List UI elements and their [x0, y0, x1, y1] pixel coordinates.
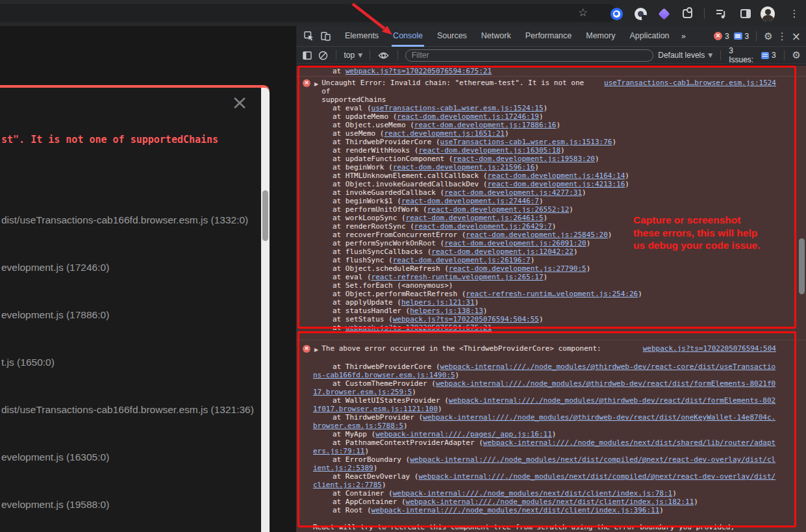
devtools-panel: ElementsConsoleSourcesNetworkPerformance… — [296, 26, 806, 532]
stack-link[interactable]: react-dom.development.js:26552:12 — [427, 205, 570, 214]
stack-link[interactable]: webpack-internal:///./node_modules/next/… — [372, 506, 660, 514]
stack-link[interactable]: webpack.js?ts=1702205076594:675:21 — [346, 323, 492, 332]
issues-icon — [761, 52, 769, 59]
context-selector[interactable]: top▼ — [344, 51, 362, 60]
stack-frame: at CustomThemeProvider (webpack-internal… — [313, 379, 776, 396]
stack-link[interactable]: useTransactions-cab1…wser.esm.js:1513:76 — [440, 138, 612, 146]
error-count-badge[interactable]: ✕ 3 — [714, 32, 729, 41]
stack-link[interactable]: react.development.js:1651:21 — [384, 129, 504, 138]
more-tabs-icon[interactable]: » — [681, 31, 686, 41]
close-icon[interactable]: × — [229, 92, 251, 114]
stack-link[interactable]: webpack-internal:///./node_modules/next/… — [313, 438, 775, 455]
stack-link[interactable]: react-dom.development.js:12042:22 — [431, 247, 573, 256]
source-location-link[interactable]: webpack.js?ts=1702205076594:504 — [643, 344, 776, 353]
tab-performance[interactable]: Performance — [518, 26, 579, 47]
stack-link[interactable]: react-dom.development.js:4213:16 — [487, 180, 625, 188]
log-levels-selector[interactable]: Default levels▼ — [658, 51, 712, 60]
stack-link[interactable]: webpack-internal:///./node_modules/next/… — [393, 489, 672, 498]
extension-gray-circle-icon[interactable] — [633, 6, 648, 21]
stack-link[interactable]: react-dom.development.js:27790:5 — [449, 264, 586, 273]
stack-link[interactable]: webpack-internal:///./node_modules/@thir… — [313, 396, 775, 413]
stack-link[interactable]: react-dom.development.js:25845:20 — [466, 231, 608, 239]
expand-triangle-icon[interactable]: ▶ — [314, 346, 318, 354]
stack-link[interactable]: webpack.js?ts=1702205076594:504:55 — [393, 315, 539, 323]
console-row: at webpack.js?ts=1702205076594:675:21 — [296, 66, 806, 77]
issues-badge[interactable]: 3 Issues: 3 — [729, 46, 775, 64]
stack-link[interactable]: webpack.js?ts=1702205076594:675:21 — [346, 67, 492, 75]
extensions-puzzle-icon[interactable] — [680, 6, 694, 21]
stack-frame: at updateFunctionComponent (react-dom.de… — [333, 155, 776, 163]
filter-input[interactable] — [405, 49, 653, 62]
message-count-badge[interactable]: 3 — [734, 32, 749, 41]
stack-link[interactable]: react-dom.development.js:17246:19 — [397, 112, 539, 121]
clear-console-icon[interactable] — [318, 45, 329, 66]
stack-link[interactable]: webpack-internal:///./node_modules/@thir… — [313, 362, 775, 379]
tab-network[interactable]: Network — [474, 26, 518, 47]
stack-frame: at AppContainer (webpack-internal:///./n… — [313, 498, 776, 506]
stack-link[interactable]: webpack-internal:///./node_modules/next/… — [406, 498, 694, 506]
stack-link[interactable]: webpack-internal:///./pages/_app.js:16:1… — [375, 430, 552, 438]
error-message: The above error occurred in the <Thirdwe… — [321, 344, 634, 353]
tab-application[interactable]: Application — [622, 26, 676, 47]
side-panel-icon[interactable] — [738, 6, 753, 21]
overlay-frame: t.js (1650:0) — [1, 357, 257, 368]
divider — [370, 50, 370, 60]
extension-blue-circle-icon[interactable] — [609, 6, 623, 21]
stack-link[interactable]: react-dom.development.js:21596:16 — [393, 163, 535, 171]
browser-window: ☆ ⋮ × st". It is not one of supportedCha… — [0, 0, 806, 532]
stack-link[interactable]: react-refresh-runtim…velopment.js:254:26 — [466, 290, 638, 298]
source-location-link[interactable]: useTransactions-cab1…browser.esm.js:1524 — [604, 79, 776, 87]
console-settings-gear-icon[interactable]: ⚙ — [792, 49, 801, 61]
tab-memory[interactable]: Memory — [579, 26, 622, 47]
expand-triangle-icon[interactable]: ▶ — [314, 80, 318, 88]
overlay-frame: evelopment.js (16305:0) — [1, 452, 257, 462]
browser-menu-kebab-icon[interactable]: ⋮ — [787, 6, 801, 21]
tab-elements[interactable]: Elements — [338, 26, 386, 47]
stack-link[interactable]: react-refresh-runtim…velopment.js:265:17 — [372, 273, 544, 281]
overlay-frame: dist/useTransactions-cab166fd.browser.es… — [1, 215, 257, 225]
stack-link[interactable]: webpack-internal:///./node_modules/next/… — [313, 472, 775, 489]
overlay-scrollbar-thumb[interactable] — [262, 190, 268, 241]
console-sidebar-icon[interactable] — [301, 45, 313, 66]
tab-sources[interactable]: Sources — [430, 26, 474, 47]
stack-link[interactable]: react-dom.development.js:4164:14 — [487, 171, 625, 180]
stack-link[interactable]: webpack-internal:///./node_modules/@thir… — [313, 379, 775, 396]
bookmark-star-icon[interactable]: ☆ — [578, 6, 588, 19]
avatar[interactable] — [761, 6, 775, 21]
devtools-menu-kebab-icon[interactable]: ⋮ — [777, 31, 787, 42]
devtools-close-icon[interactable]: × — [792, 30, 801, 43]
settings-gear-icon[interactable]: ⚙ — [764, 31, 772, 42]
console-messages: at webpack.js?ts=1702205076594:675:21 ✕ … — [296, 66, 806, 532]
stack-frame: at Container (webpack-internal:///./node… — [313, 489, 776, 498]
stack-link[interactable]: useTransactions-cab1…wser.esm.js:1524:15 — [372, 104, 544, 112]
console-scrollbar-thumb[interactable] — [799, 238, 805, 294]
stack-link[interactable]: react-dom.development.js:19583:20 — [453, 155, 595, 163]
stack-link[interactable]: react-dom.development.js:4277:31 — [444, 188, 582, 197]
stack-frame: at WalletUIStatesProvider (webpack-inter… — [313, 396, 776, 413]
stack-link[interactable]: react-dom.development.js:16305:18 — [418, 146, 560, 155]
stack-link[interactable]: react-dom.development.js:26091:20 — [444, 239, 586, 247]
address-bar[interactable] — [0, 4, 617, 22]
stack-link[interactable]: webpack-internal:///./node_modules/@thir… — [313, 413, 775, 430]
stack-frame: at Set.forEach (<anonymous>) — [333, 281, 776, 290]
stack-link[interactable]: react-dom.development.js:26429:7 — [414, 222, 552, 231]
extension-purple-diamond-icon[interactable] — [657, 6, 671, 21]
inspect-element-icon[interactable] — [300, 26, 317, 47]
stack-link[interactable]: webpack-internal:///./node_modules/next/… — [313, 455, 775, 472]
stack-frame: at beginWork (react-dom.development.js:2… — [333, 163, 776, 171]
stack-link[interactable]: react-dom.development.js:27446:7 — [401, 197, 539, 205]
annotation-caption: Capture or screenshot these errors, this… — [633, 214, 761, 252]
stack-link[interactable]: react-dom.development.js:26196:7 — [393, 256, 531, 264]
live-expression-eye-icon[interactable] — [377, 45, 390, 66]
playlist-icon[interactable] — [714, 6, 729, 21]
stack-link[interactable]: helpers.js:121:31 — [401, 298, 475, 307]
overlay-scrollbar[interactable] — [261, 88, 270, 532]
stack-frame: at Root (webpack-internal:///./node_modu… — [313, 506, 776, 514]
stack-link[interactable]: react-dom.development.js:26461:5 — [406, 214, 544, 222]
stack-frame: at eval (useTransactions-cab1…wser.esm.j… — [333, 104, 776, 112]
device-toolbar-icon[interactable] — [317, 26, 334, 47]
stack-link[interactable]: react-dom.development.js:17886:16 — [414, 121, 557, 129]
stack-link[interactable]: helpers.js:138:13 — [410, 307, 483, 315]
tab-console[interactable]: Console — [386, 26, 430, 47]
stack-frame: at statusHandler (helpers.js:138:13) — [333, 307, 776, 315]
